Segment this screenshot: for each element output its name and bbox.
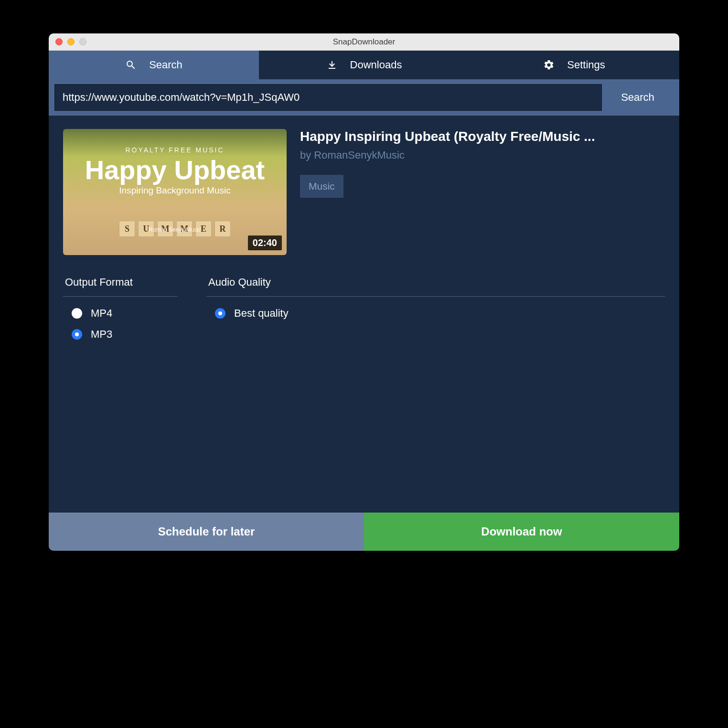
category-tag[interactable]: Music: [300, 175, 343, 198]
thumb-top-text: ROYALTY FREE MUSIC: [125, 146, 224, 154]
audio-quality-label: Audio Quality: [206, 276, 665, 297]
options-row: Output Format MP4MP3 Audio Quality Best …: [63, 276, 665, 341]
thumb-block: R: [214, 221, 231, 237]
audio-quality-column: Audio Quality Best quality: [206, 276, 665, 341]
author-prefix: by: [300, 149, 314, 161]
thumb-sub-text: Inspiring Background Music: [119, 185, 230, 196]
radio-label: Best quality: [234, 307, 289, 320]
search-icon: [125, 59, 137, 71]
spacer: [63, 341, 665, 513]
gear-icon: [543, 59, 555, 71]
video-duration-badge: 02:40: [248, 236, 282, 250]
minimize-icon[interactable]: [67, 38, 75, 45]
thumb-big-text: Happy Upbeat: [85, 157, 265, 183]
tab-search-label: Search: [149, 59, 182, 71]
output-format-label: Output Format: [63, 276, 178, 297]
schedule-button[interactable]: Schedule for later: [49, 513, 364, 551]
maximize-icon[interactable]: [79, 38, 86, 45]
download-icon: [326, 59, 338, 71]
footer: Schedule for later Download now: [49, 513, 679, 551]
search-bar: Search: [49, 79, 679, 116]
radio-icon: [72, 329, 82, 340]
radio-icon: [72, 308, 82, 319]
radio-label: MP3: [91, 328, 112, 341]
quality-option-best-quality[interactable]: Best quality: [215, 307, 665, 320]
output-format-column: Output Format MP4MP3: [63, 276, 178, 341]
window-title: SnapDownloader: [49, 37, 679, 47]
tab-search[interactable]: Search: [49, 51, 259, 79]
app-window: SnapDownloader Search Downloads Settings…: [49, 33, 679, 551]
thumb-block: S: [119, 221, 135, 237]
tab-downloads-label: Downloads: [350, 59, 402, 71]
close-icon[interactable]: [55, 38, 63, 45]
search-button[interactable]: Search: [602, 84, 674, 111]
radio-icon: [215, 308, 225, 319]
format-option-mp4[interactable]: MP4: [72, 307, 178, 320]
radio-label: MP4: [91, 307, 112, 320]
video-meta: Happy Inspiring Upbeat (Royalty Free/Mus…: [300, 129, 665, 255]
tab-settings[interactable]: Settings: [469, 51, 679, 79]
quality-radio-list: Best quality: [206, 297, 665, 320]
format-radio-list: MP4MP3: [63, 297, 178, 341]
tab-settings-label: Settings: [567, 59, 605, 71]
url-input[interactable]: [54, 84, 602, 111]
video-thumbnail[interactable]: ROYALTY FREE MUSIC Happy Upbeat Inspirin…: [63, 129, 287, 255]
thumb-credit: Roman Senyk Music: [149, 226, 201, 233]
video-author: by RomanSenykMusic: [300, 149, 665, 161]
video-title: Happy Inspiring Upbeat (Royalty Free/Mus…: [300, 129, 665, 144]
main-tabs: Search Downloads Settings: [49, 51, 679, 79]
content-area: ROYALTY FREE MUSIC Happy Upbeat Inspirin…: [49, 116, 679, 513]
author-name: RomanSenykMusic: [314, 149, 405, 161]
download-now-button[interactable]: Download now: [364, 513, 679, 551]
media-row: ROYALTY FREE MUSIC Happy Upbeat Inspirin…: [63, 129, 665, 255]
format-option-mp3[interactable]: MP3: [72, 328, 178, 341]
traffic-lights: [49, 38, 86, 45]
tab-downloads[interactable]: Downloads: [259, 51, 469, 79]
titlebar: SnapDownloader: [49, 33, 679, 51]
